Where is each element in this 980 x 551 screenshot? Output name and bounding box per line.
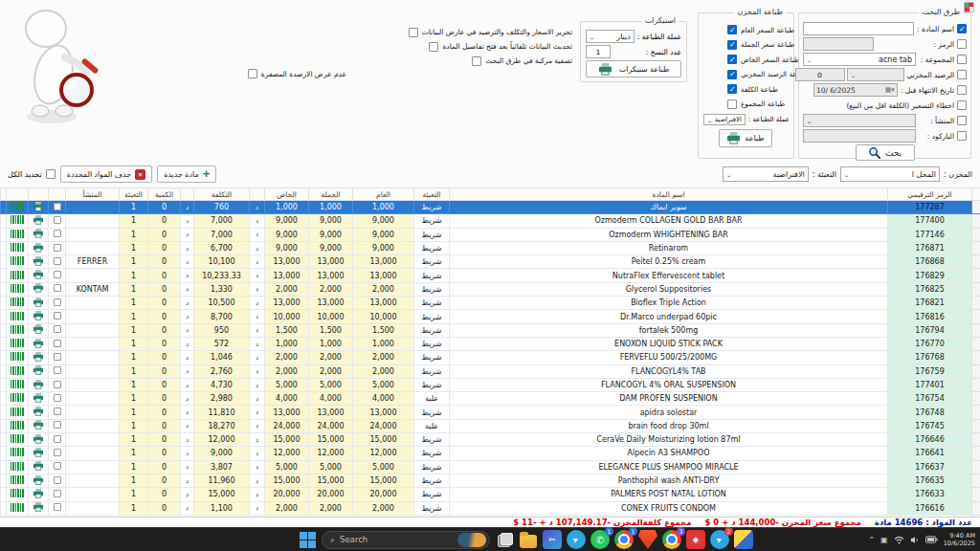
cell-public-price[interactable]: 9,000 xyxy=(353,214,414,228)
cell-wholesale-price[interactable]: 12,000 xyxy=(309,447,353,460)
cell-name[interactable]: DAM PROFEN SUSPENION xyxy=(450,392,888,406)
cell-print[interactable] xyxy=(29,378,49,391)
cell-special-price[interactable]: 13,000 xyxy=(265,406,309,419)
cell-name[interactable]: CeraVe Daily Moisturizing lotion 87ml xyxy=(450,433,888,447)
option-auto-refresh[interactable]: تحديث البيانات تلقائياً بعد فتح تفاصيل ا… xyxy=(409,39,572,54)
cell-cost[interactable]: 11,960 xyxy=(194,474,250,487)
pricing-errors-checkbox[interactable] xyxy=(957,100,967,110)
cell-special-price[interactable]: 1,500 xyxy=(265,323,309,337)
cell-special-price[interactable]: 5,000 xyxy=(265,460,309,474)
cell-row-select[interactable] xyxy=(49,310,66,323)
cell-print[interactable] xyxy=(29,351,49,364)
tray-app-icon[interactable]: ▣ xyxy=(880,536,888,544)
cell-code[interactable]: 177400 xyxy=(888,214,972,228)
table-row[interactable]: 177400 Ozmoderm COLLAGEN GOLD BAR BAR شر… xyxy=(1,214,980,228)
cell-cost[interactable]: 6,700 xyxy=(194,241,250,254)
cell-code[interactable]: 176821 xyxy=(888,297,972,310)
cell-name[interactable]: PALMERS POST NATAL LOTION xyxy=(450,488,888,501)
chrome-profile2-icon[interactable]: 3 xyxy=(662,530,681,549)
cell-fill[interactable]: 1 xyxy=(120,323,148,337)
hide-zero-balances-checkbox[interactable] xyxy=(248,69,257,78)
cell-cost[interactable]: 10,233.33 xyxy=(194,269,250,282)
cell-code[interactable]: 176637 xyxy=(888,460,972,474)
cell-fill[interactable]: 1 xyxy=(120,310,148,323)
cell-barcode[interactable] xyxy=(7,392,29,406)
select-all-option[interactable]: تحديد الكل xyxy=(8,169,56,179)
cell-origin[interactable] xyxy=(66,364,120,378)
option-edit-prices-checkbox[interactable] xyxy=(409,28,418,37)
cell-row-select[interactable] xyxy=(49,433,66,447)
print-currency-select[interactable]: الافتراضية ⌄ xyxy=(703,114,746,125)
cell-barcode[interactable] xyxy=(7,447,29,460)
cell-code[interactable]: 176768 xyxy=(888,351,972,364)
cell-origin[interactable] xyxy=(66,419,120,432)
cell-public-price[interactable]: 9,000 xyxy=(353,228,414,241)
cell-public-price[interactable]: 9,000 xyxy=(353,241,414,254)
start-button[interactable] xyxy=(299,531,317,549)
cell-wholesale-price[interactable]: 15,000 xyxy=(309,433,353,447)
cell-special-price[interactable]: 10,000 xyxy=(265,310,309,323)
cell-cost[interactable]: 572 xyxy=(194,337,250,350)
cell-quantity[interactable]: 0 xyxy=(148,488,181,501)
cell-barcode[interactable] xyxy=(7,351,29,364)
cell-cost[interactable]: 1,100 xyxy=(194,501,250,515)
row-checkbox[interactable] xyxy=(54,366,61,374)
cell-name[interactable]: Ozmoderm WHIGHTENING BAR xyxy=(450,228,888,241)
cell-origin[interactable] xyxy=(66,214,120,228)
row-checkbox[interactable] xyxy=(54,462,61,470)
print-special-price-option[interactable]: طباعة السعر الخاص xyxy=(702,53,790,67)
cell-barcode[interactable] xyxy=(7,501,29,515)
cell-row-select[interactable] xyxy=(49,297,66,310)
cell-fill[interactable]: 1 xyxy=(120,364,148,378)
cell-pack[interactable]: شريط xyxy=(414,447,450,460)
volume-icon[interactable] xyxy=(910,536,920,544)
cell-name[interactable]: NutraFlex Effervescent tablet xyxy=(450,269,888,282)
cell-pack[interactable]: علبة xyxy=(414,392,450,406)
cell-name[interactable]: FLANCOGYL4% TAB xyxy=(450,364,888,378)
cell-print[interactable] xyxy=(29,460,49,474)
table-row[interactable]: 176829 NutraFlex Effervescent tablet شري… xyxy=(1,269,980,282)
cell-print[interactable] xyxy=(29,433,49,447)
packing-select[interactable]: الافتراضية ⌄ xyxy=(723,166,809,182)
print-special-price-checkbox[interactable] xyxy=(727,55,737,64)
cell-public-price[interactable]: 10,000 xyxy=(353,310,414,323)
cell-wholesale-price[interactable]: 20,000 xyxy=(309,488,353,501)
cell-cost[interactable]: 760 xyxy=(194,201,250,214)
cell-row-select[interactable] xyxy=(49,460,66,474)
cell-name[interactable]: fortalek 500mg xyxy=(450,323,888,337)
stickers-currency-select[interactable]: دينار ⌄ xyxy=(586,30,635,43)
cell-name[interactable]: سوبر ايماك xyxy=(450,201,888,214)
cell-wholesale-price[interactable]: 13,000 xyxy=(309,406,353,419)
row-checkbox[interactable] xyxy=(54,421,61,429)
header-qty[interactable]: الكمية xyxy=(148,188,181,201)
cell-fill[interactable]: 1 xyxy=(120,474,148,487)
cell-quantity[interactable]: 0 xyxy=(148,474,181,487)
cell-print[interactable] xyxy=(29,488,49,501)
task-view-icon[interactable] xyxy=(495,530,514,549)
cell-origin[interactable] xyxy=(66,406,120,419)
cell-name[interactable]: Alpecin A3 SHAMPOO xyxy=(450,447,888,460)
cell-row-select[interactable] xyxy=(49,255,66,269)
balance-value-input[interactable] xyxy=(795,68,845,81)
cell-cost[interactable]: 950 xyxy=(194,323,250,337)
cell-code[interactable]: 177401 xyxy=(888,378,972,391)
select-all-checkbox[interactable] xyxy=(46,169,56,179)
cell-cost[interactable]: 15,000 xyxy=(194,488,250,501)
cell-name[interactable]: Retinarom xyxy=(450,241,888,254)
cell-origin[interactable] xyxy=(66,310,120,323)
cell-fill[interactable]: 1 xyxy=(120,214,148,228)
cell-cost[interactable]: 10,500 xyxy=(194,297,250,310)
cell-wholesale-price[interactable]: 9,000 xyxy=(309,228,353,241)
cell-origin[interactable] xyxy=(66,460,120,474)
cell-special-price[interactable]: 13,000 xyxy=(265,269,309,282)
cell-wholesale-price[interactable]: 4,000 xyxy=(309,392,353,406)
print-total-option[interactable]: طباعة المجموع xyxy=(702,98,790,112)
cell-wholesale-price[interactable]: 2,000 xyxy=(309,501,353,515)
cell-wholesale-price[interactable]: 2,000 xyxy=(309,351,353,364)
cell-pack[interactable]: علبة xyxy=(414,419,450,432)
cell-row-select[interactable] xyxy=(49,447,66,460)
cell-name[interactable]: brain food drop 30ml xyxy=(450,419,888,432)
cell-cost[interactable]: 7,000 xyxy=(194,228,250,241)
new-item-button[interactable]: + مادة جديدة xyxy=(157,165,216,183)
table-row[interactable]: ◄ 177287 سوبر ايماك شريط 1,000 1,000 1,0… xyxy=(1,201,980,214)
